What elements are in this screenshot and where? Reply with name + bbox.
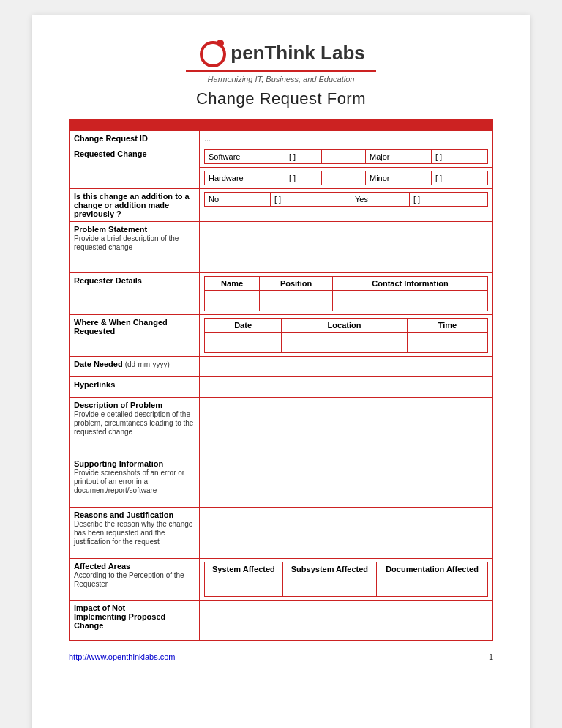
requester-details-inner-table: Name Position Contact Information <box>204 276 488 311</box>
no-check[interactable]: [ ] <box>271 193 307 207</box>
yes-check[interactable]: [ ] <box>410 193 488 207</box>
date-location-time-data <box>205 333 488 353</box>
problem-statement-label: Problem Statement Provide a brief descri… <box>70 222 200 273</box>
date-needed-content[interactable] <box>200 357 493 377</box>
system-col-header: System Affected <box>205 562 283 576</box>
subsystem-cell[interactable] <box>282 576 376 597</box>
minor-label: Minor <box>366 171 432 185</box>
hardware-check[interactable]: [ ] <box>285 171 322 185</box>
form-title: Change Request Form <box>69 89 493 108</box>
supporting-info-row: Supporting Information Provide screensho… <box>70 456 493 508</box>
documentation-cell[interactable] <box>377 576 488 597</box>
time-col-header: Time <box>407 319 487 333</box>
supporting-content[interactable] <box>200 456 493 508</box>
hardware-label: Hardware <box>205 171 285 185</box>
form-table: Change Request ID ... Requested Change S… <box>69 130 493 641</box>
supporting-sub: Provide screenshots of an error or print… <box>74 469 184 494</box>
system-cell[interactable] <box>205 576 283 597</box>
addition-options: No [ ] Yes [ ] <box>200 189 493 222</box>
major-check[interactable]: [ ] <box>432 150 488 164</box>
requested-change-inner-table-1: Software [ ] Major [ ] <box>204 149 488 164</box>
date-needed-sub: (dd-mm-yyyy) <box>125 360 170 368</box>
problem-statement-sub: Provide a brief description of the reque… <box>74 234 179 251</box>
major-label: Major <box>366 150 432 164</box>
hyperlinks-content[interactable] <box>200 377 493 398</box>
reasons-sub: Describe the reason why the change has b… <box>74 520 192 546</box>
affected-areas-row: Affected Areas According to the Percepti… <box>70 559 493 601</box>
description-label: Description of Problem Provide e detaile… <box>70 398 200 456</box>
contact-cell[interactable] <box>333 291 488 311</box>
date-cell[interactable] <box>205 333 282 353</box>
requested-change-label: Requested Change <box>70 146 200 189</box>
requested-change-row: Requested Change Software [ ] Major [ ] <box>70 146 493 168</box>
requester-data-row <box>205 291 488 311</box>
requester-details-label: Requester Details <box>70 273 200 315</box>
date-needed-label-text: Date Needed <box>74 360 123 368</box>
software-label: Software <box>205 150 285 164</box>
date-needed-label: Date Needed (dd-mm-yyyy) <box>70 357 200 377</box>
change-request-id-value[interactable]: ... <box>200 131 493 146</box>
reasons-content[interactable] <box>200 508 493 559</box>
position-cell[interactable] <box>260 291 333 311</box>
addition-row: Is this change an addition to a change o… <box>70 189 493 222</box>
logo-area: penThink Labs Harmonizing IT, Business, … <box>69 37 493 108</box>
affected-areas-label-text: Affected Areas <box>74 562 130 571</box>
location-col-header: Location <box>282 319 408 333</box>
no-spacer <box>307 193 351 207</box>
requester-details-content: Name Position Contact Information <box>200 273 493 315</box>
affected-areas-sub: According to the Perception of the Reque… <box>74 571 184 588</box>
svg-point-1 <box>217 40 224 47</box>
yes-label: Yes <box>351 193 410 207</box>
minor-check[interactable]: [ ] <box>432 171 488 185</box>
impact-not-text: Not <box>112 603 125 612</box>
addition-inner-table: No [ ] Yes [ ] <box>204 192 488 207</box>
affected-areas-inner-table: System Affected Subsystem Affected Docum… <box>204 562 488 597</box>
software-check[interactable]: [ ] <box>285 150 322 164</box>
description-row: Description of Problem Provide e detaile… <box>70 398 493 456</box>
date-needed-row: Date Needed (dd-mm-yyyy) <box>70 357 493 377</box>
location-cell[interactable] <box>282 333 408 353</box>
where-when-row: Where & When Changed Requested Date Loca… <box>70 315 493 357</box>
logo-container: penThink Labs <box>69 37 493 69</box>
problem-statement-content[interactable] <box>200 222 493 273</box>
impact-label-text: Impact of Not <box>74 603 125 612</box>
subsystem-col-header: Subsystem Affected <box>282 562 376 576</box>
impact-row: Impact of Not Implementing Proposed Chan… <box>70 601 493 641</box>
position-col-header: Position <box>260 277 333 291</box>
page: penThink Labs Harmonizing IT, Business, … <box>32 15 530 728</box>
reasons-label: Reasons and Justification Describe the r… <box>70 508 200 559</box>
footer: http://www.openthinklabs.com 1 <box>69 653 493 661</box>
affected-header-row: System Affected Subsystem Affected Docum… <box>205 562 488 576</box>
description-content[interactable] <box>200 398 493 456</box>
impact-content[interactable] <box>200 601 493 641</box>
problem-statement-label-text: Problem Statement <box>74 225 147 234</box>
addition-label: Is this change an addition to a change o… <box>70 189 200 222</box>
supporting-label: Supporting Information Provide screensho… <box>70 456 200 508</box>
reasons-label-text: Reasons and Justification <box>74 510 173 519</box>
supporting-label-text: Supporting Information <box>74 459 163 468</box>
logo-penthink: penThink Labs <box>231 42 364 64</box>
requested-change-options-row1: Software [ ] Major [ ] <box>200 146 493 168</box>
name-col-header: Name <box>205 277 260 291</box>
contact-col-header: Contact Information <box>333 277 488 291</box>
name-cell[interactable] <box>205 291 260 311</box>
impact-label: Impact of Not Implementing Proposed Chan… <box>70 601 200 641</box>
requester-header-row: Name Position Contact Information <box>205 277 488 291</box>
problem-statement-row: Problem Statement Provide a brief descri… <box>70 222 493 273</box>
change-request-id-row: Change Request ID ... <box>70 131 493 146</box>
date-location-time-header: Date Location Time <box>205 319 488 333</box>
description-label-text: Description of Problem <box>74 401 162 409</box>
where-when-label-text: Where & When Changed Requested <box>74 318 168 335</box>
affected-data-row <box>205 576 488 597</box>
hyperlinks-row: Hyperlinks <box>70 377 493 398</box>
requested-change-inner-table-2: Hardware [ ] Minor [ ] <box>204 171 488 185</box>
tagline-text: Harmonizing IT, Business, and Education <box>69 75 493 83</box>
hardware-minor-row: Hardware [ ] Minor [ ] <box>205 171 488 185</box>
no-yes-row: No [ ] Yes [ ] <box>205 193 488 207</box>
footer-link[interactable]: http://www.openthinklabs.com <box>69 653 176 661</box>
major-spacer <box>322 150 366 164</box>
time-cell[interactable] <box>407 333 487 353</box>
no-label: No <box>205 193 271 207</box>
affected-areas-label: Affected Areas According to the Percepti… <box>70 559 200 601</box>
requested-change-options-row2: Hardware [ ] Minor [ ] <box>200 168 493 189</box>
